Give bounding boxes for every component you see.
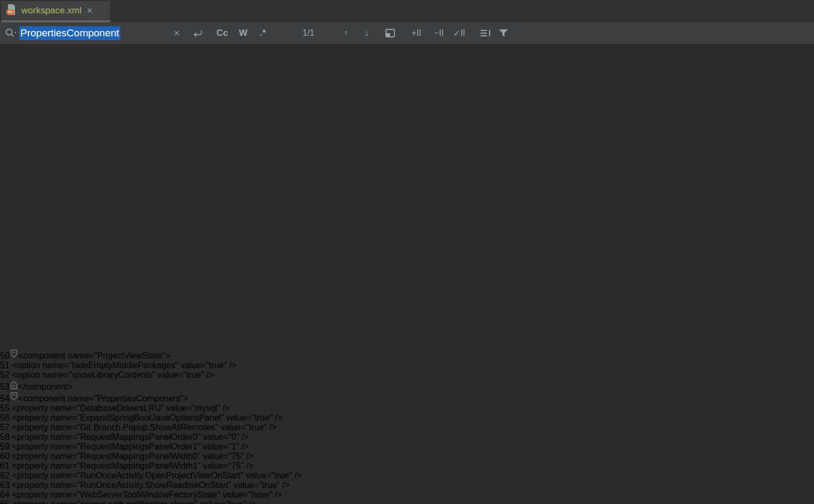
line-number: 60 [0,452,10,461]
code-token: /> [272,490,282,499]
code-line[interactable]: 65 <property name="aspect.path.notificat… [0,500,814,504]
regex-toggle[interactable]: .* [260,22,266,44]
code-line[interactable]: 58 <property name="RequestMappingsPanelO… [0,432,814,442]
code-token: < [12,471,17,480]
code-token: /> [239,432,249,441]
code-token: "hideEmptyMiddlePackages" [69,361,178,370]
line-number: 56 [0,413,10,422]
code-token: > [165,351,170,360]
code-line[interactable]: 55 <property name="DatabaseDriversLRU" v… [0,404,814,413]
code-token: component [23,394,65,403]
line-number: 59 [0,442,10,451]
code-token: "Git.Branch.Popup.ShowAllRemotes" [77,423,218,432]
editor[interactable]: 50<component name="ProjectViewState">51 … [0,0,814,504]
fold-collapse-end-icon[interactable] [10,382,18,391]
line-number: 63 [0,480,10,490]
remove-occurrence-button[interactable]: − II [434,22,444,44]
code-token: "RequestMappingsPanelOrder0" [77,432,200,441]
code-token: "true" [206,361,227,370]
new-line-icon[interactable] [191,22,204,44]
open-in-find-window-icon[interactable] [384,22,396,44]
code-token: "aspect.path.notification.shown" [77,500,198,504]
code-token: value= [200,461,228,470]
next-match-button[interactable]: ↓ [365,22,369,44]
line-number: 62 [0,471,10,480]
code-token: value= [243,471,271,480]
code-line[interactable]: 64 <property name="WebServerToolWindowFa… [0,490,814,500]
code-token: /> [292,471,301,480]
code-token: "true" [259,480,280,490]
code-token: < [12,413,17,422]
code-token: value= [164,404,192,413]
code-token: /> [204,370,214,379]
vcs-added-marker [0,39,814,330]
filter-search-results-icon[interactable] [498,22,509,44]
code-token: value= [200,452,228,461]
code-line[interactable]: 50<component name="ProjectViewState"> [0,349,814,361]
code-token: value= [220,490,248,499]
code-token: property [17,471,49,480]
code-token: "ProjectViewState" [94,351,165,360]
vcs-added-marker [0,329,814,348]
code-line[interactable]: 57 <property name="Git.Branch.Popup.Show… [0,423,814,432]
code-line[interactable]: 60 <property name="RequestMappingsPanelW… [0,452,814,461]
line-number: 54 [0,394,10,403]
code-token: name= [40,361,69,370]
tab-title: workspace.xml [21,5,81,16]
code-line[interactable]: 62 <property name="RunOnceActivity.OpenP… [0,471,814,480]
code-line[interactable]: 53</component> [0,380,814,392]
svg-text:<>: <> [7,10,13,14]
code-line[interactable]: 54<component name="PropertiesComponent"> [0,392,814,404]
code-token: "WebServerToolWindowFactoryState" [77,490,220,499]
code-text: <option name="hideEmptyMiddlePackages" v… [10,361,237,370]
tab-close-icon[interactable]: × [87,6,92,15]
code-line[interactable]: 59 <property name="RequestMappingsPanelO… [0,442,814,452]
code-token: < [12,432,17,441]
code-text: <property name="RequestMappingsPanelOrde… [10,442,249,451]
add-occurrence-button[interactable]: + II [412,22,421,44]
code-token: name= [48,500,77,504]
fold-collapse-start-icon[interactable] [10,394,18,403]
code-line[interactable]: 63 <property name="RunOnceActivity.ShowR… [0,480,814,490]
code-token: "RequestMappingsPanelOrder1" [77,442,200,451]
code-token: value= [200,442,228,451]
search-input[interactable]: PropertiesComponent [19,22,120,44]
whole-words-toggle[interactable]: W [239,22,247,44]
select-all-occurrences-button[interactable]: ✓ II [453,22,465,44]
code-token: name= [48,442,77,451]
code-token: name= [48,413,77,422]
line-number: 51 [0,361,10,370]
code-token: name= [48,461,77,470]
code-token: value= [178,361,206,370]
code-token: name= [48,423,77,432]
code-text: <property name="Git.Branch.Popup.ShowAll… [10,423,276,432]
previous-match-button[interactable]: ↑ [344,22,348,44]
toolbar-separator [274,27,274,39]
code-line[interactable]: 52 <option name="showLibraryContents" va… [0,370,814,380]
code-token: "RunOnceActivity.ShowReadmeOnStart" [77,480,231,490]
code-token: "RequestMappingsPanelWidth1" [77,461,200,470]
tab-workspace-xml[interactable]: <> workspace.xml × [1,1,110,20]
code-token: "ExpandSpringBootJavaOptionsPanel" [77,413,224,422]
code-token: < [12,500,17,504]
code-token: < [12,370,17,379]
code-token: property [17,404,49,413]
code-line[interactable]: 56 <property name="ExpandSpringBootJavaO… [0,413,814,423]
code-token: /> [244,461,253,470]
code-token: /> [244,452,253,461]
code-line[interactable]: 51 <option name="hideEmptyMiddlePackages… [0,361,814,370]
code-token: /> [227,361,236,370]
filter-lines-icon[interactable] [479,22,492,44]
code-text: <option name="showLibraryContents" value… [10,370,214,379]
code-line[interactable]: 61 <property name="RequestMappingsPanelW… [0,461,814,471]
code-token: < [18,394,23,403]
search-icon[interactable] [4,22,18,44]
clear-search-icon[interactable]: × [174,22,180,44]
code-text: <component name="PropertiesComponent"> [18,394,189,403]
line-number: 57 [0,423,10,432]
toolbar-separator [210,27,211,39]
match-case-toggle[interactable]: Cc [216,22,228,44]
fold-collapse-start-icon[interactable] [10,351,18,360]
code-token: name= [65,394,94,403]
code-token: /> [246,500,256,504]
